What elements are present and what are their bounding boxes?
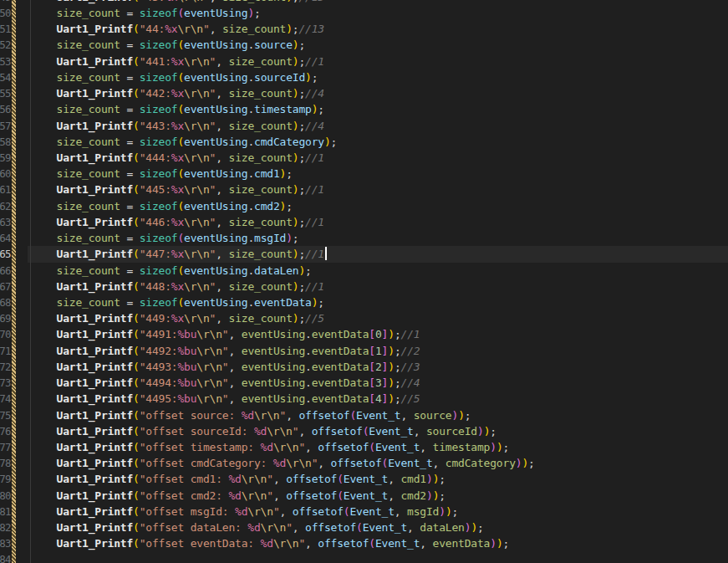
line-number[interactable]: 51: [0, 21, 11, 37]
git-modified-gutter-indicator[interactable]: [12, 0, 16, 563]
line-number[interactable]: 55: [0, 85, 11, 101]
token: Uart1_Printf: [57, 521, 134, 534]
token: [31, 87, 57, 100]
token: %x: [171, 216, 184, 228]
code-line[interactable]: 60 size_count = sizeof(eventUsing.cmd1);: [0, 166, 728, 182]
code-line[interactable]: 57 Uart1_Printf("443:%x\r\n", size_count…: [0, 118, 728, 134]
code-line[interactable]: 52 size_count = sizeof(eventUsing.source…: [0, 37, 728, 53]
line-number[interactable]: 65: [0, 246, 11, 262]
token: "449:: [140, 312, 171, 325]
token: (: [133, 312, 140, 325]
line-number[interactable]: 52: [0, 37, 11, 53]
token: (: [133, 183, 140, 196]
line-number[interactable]: 76: [0, 423, 11, 439]
code-line[interactable]: 72 Uart1_Printf("4493:%bu\r\n", eventUsi…: [0, 359, 728, 375]
line-number[interactable]: 54: [0, 69, 11, 85]
line-number[interactable]: 68: [0, 294, 11, 310]
code-line[interactable]: 62 size_count = sizeof(eventUsing.cmd2);: [0, 198, 728, 214]
line-number[interactable]: 58: [0, 134, 11, 150]
code-line[interactable]: 77 Uart1_Printf("offset timestamp: %d\r\…: [0, 439, 728, 455]
line-number[interactable]: 71: [0, 343, 11, 359]
line-number[interactable]: 57: [0, 118, 11, 134]
token: (: [177, 38, 184, 51]
line-number[interactable]: 77: [0, 439, 11, 455]
line-number[interactable]: 62: [0, 198, 11, 214]
code-line[interactable]: 84: [0, 551, 728, 563]
code-line[interactable]: 64 size_count = sizeof(eventUsing.msgId)…: [0, 230, 728, 246]
token: =: [120, 103, 140, 115]
code-line[interactable]: 81 Uart1_Printf("offset msgId: %d\r\n", …: [0, 504, 728, 519]
line-number[interactable]: 82: [0, 519, 11, 535]
token: offsetof: [331, 457, 382, 469]
line-number[interactable]: 73: [0, 375, 11, 391]
token: %bu: [177, 345, 196, 357]
code-line[interactable]: 67 Uart1_Printf("448:%x\r\n", size_count…: [0, 279, 728, 294]
token: =: [120, 232, 140, 244]
code-line[interactable]: 76 Uart1_Printf("offset sourceId: %d\r\n…: [0, 423, 728, 439]
line-number[interactable]: 63: [0, 214, 11, 230]
token: ": [273, 505, 280, 518]
token: (: [177, 264, 184, 277]
line-number[interactable]: 83: [0, 535, 11, 551]
code-line[interactable]: 80 Uart1_Printf("offset cmd2: %d\r\n", o…: [0, 488, 728, 504]
token: Uart1_Printf: [57, 489, 134, 502]
code-line[interactable]: 79 Uart1_Printf("offset cmd1: %d\r\n", o…: [0, 471, 728, 487]
code-line[interactable]: 75 Uart1_Printf("offset source: %d\r\n",…: [0, 407, 728, 423]
token: \r\n: [273, 441, 299, 453]
token: ,: [216, 55, 228, 68]
token: [31, 312, 57, 325]
line-number[interactable]: 53: [0, 54, 11, 69]
token: "offset cmd2:: [140, 489, 229, 502]
code-line[interactable]: 61 Uart1_Printf("445:%x\r\n", size_count…: [0, 182, 728, 197]
line-number[interactable]: 79: [0, 471, 11, 487]
line-number[interactable]: 64: [0, 230, 11, 246]
code-line[interactable]: 65 Uart1_Printf("447:%x\r\n", size_count…: [0, 246, 728, 262]
code-line[interactable]: 73 Uart1_Printf("4494:%bu\r\n", eventUsi…: [0, 375, 728, 391]
code-line[interactable]: 58 size_count = sizeof(eventUsing.cmdCat…: [0, 134, 728, 150]
code-line[interactable]: 71 Uart1_Printf("4492:%bu\r\n", eventUsi…: [0, 343, 728, 359]
line-number[interactable]: 56: [0, 101, 11, 117]
token: "offset msgId:: [140, 505, 235, 518]
line-number[interactable]: 69: [0, 310, 11, 326]
line-number[interactable]: 84: [0, 551, 11, 563]
token: %bu: [177, 361, 196, 373]
code-line[interactable]: 63 Uart1_Printf("446:%x\r\n", size_count…: [0, 214, 728, 230]
token: \r\n: [242, 489, 267, 502]
code-line[interactable]: 50 size_count = sizeof(eventUsing);: [0, 5, 728, 21]
line-number[interactable]: 74: [0, 391, 11, 407]
line-number[interactable]: 50: [0, 5, 11, 21]
code-line[interactable]: 56 size_count = sizeof(eventUsing.timest…: [0, 101, 728, 117]
token: ): [471, 521, 477, 534]
line-number[interactable]: 80: [0, 488, 11, 504]
line-number[interactable]: 81: [0, 504, 11, 519]
code-line[interactable]: 69 Uart1_Printf("449:%x\r\n", size_count…: [0, 310, 728, 326]
line-number[interactable]: 60: [0, 166, 11, 182]
code-line[interactable]: 55 Uart1_Printf("442:%x\r\n", size_count…: [0, 85, 728, 101]
token: (: [177, 71, 184, 84]
code-line[interactable]: 83 Uart1_Printf("offset eventData: %d\r\…: [0, 535, 728, 551]
code-line[interactable]: 70 Uart1_Printf("4491:%bu\r\n", eventUsi…: [0, 326, 728, 342]
line-number[interactable]: 72: [0, 359, 11, 375]
code-line[interactable]: 51 Uart1_Printf("44:%x\r\n", size_count)…: [0, 21, 728, 37]
line-number[interactable]: 61: [0, 182, 11, 197]
line-number[interactable]: 75: [0, 407, 11, 423]
code-line[interactable]: 78 Uart1_Printf("offset cmdCategory: %d\…: [0, 455, 728, 471]
code-line[interactable]: 74 Uart1_Printf("4495:%bu\r\n", eventUsi…: [0, 391, 728, 407]
token: (: [133, 216, 140, 228]
line-number[interactable]: 67: [0, 279, 11, 294]
token: (: [177, 103, 184, 115]
code-line[interactable]: 59 Uart1_Printf("444:%x\r\n", size_count…: [0, 150, 728, 166]
line-number[interactable]: 78: [0, 455, 11, 471]
token: \r\n: [242, 473, 267, 485]
code-line[interactable]: 68 size_count = sizeof(eventUsing.eventD…: [0, 294, 728, 310]
token: \r\n: [286, 457, 312, 469]
line-number[interactable]: 66: [0, 263, 11, 279]
line-number[interactable]: 59: [0, 150, 11, 166]
line-number[interactable]: 70: [0, 326, 11, 342]
token: ;: [298, 216, 305, 228]
code-line[interactable]: 82 Uart1_Printf("offset dataLen: %d\r\n"…: [0, 519, 728, 535]
token: =: [120, 200, 140, 212]
code-line[interactable]: 66 size_count = sizeof(eventUsing.dataLe…: [0, 263, 728, 279]
code-line[interactable]: 54 size_count = sizeof(eventUsing.source…: [0, 69, 728, 85]
code-line[interactable]: 53 Uart1_Printf("441:%x\r\n", size_count…: [0, 54, 728, 69]
